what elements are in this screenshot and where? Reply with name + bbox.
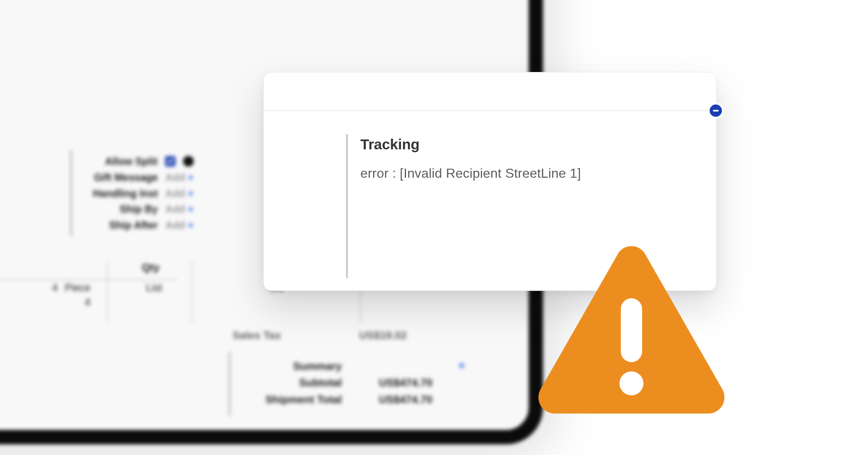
shipment-total-value: US$474.70 bbox=[379, 391, 461, 408]
modal-error-message: error : [Invalid Recipient StreetLine 1] bbox=[360, 166, 704, 181]
allow-split-label: Allow Split bbox=[83, 153, 158, 169]
line-items-header: Qty bbox=[0, 261, 177, 280]
gift-message-add-button[interactable]: Add+ bbox=[165, 169, 194, 186]
modal-divider bbox=[264, 110, 716, 111]
price-type-label: List bbox=[146, 282, 162, 294]
handling-inst-add-button[interactable]: Add+ bbox=[165, 186, 194, 202]
summary-expand-icon[interactable]: + bbox=[458, 356, 465, 375]
ship-after-add-button[interactable]: Add+ bbox=[165, 217, 194, 233]
summary-heading: Summary bbox=[241, 358, 379, 374]
qty-column-header: Qty bbox=[142, 261, 160, 274]
plus-icon: + bbox=[188, 201, 194, 217]
unit-label: Piece bbox=[65, 282, 91, 293]
ship-by-add-button[interactable]: Add+ bbox=[165, 201, 194, 217]
allow-split-help-icon[interactable] bbox=[183, 156, 194, 167]
modal-collapse-button[interactable] bbox=[710, 104, 722, 117]
modal-title: Tracking bbox=[360, 136, 704, 153]
shipment-total-label: Shipment Total bbox=[241, 391, 379, 408]
modal-body: Tracking error : [Invalid Recipient Stre… bbox=[346, 134, 704, 278]
sales-tax-row: Sales Tax US$19.02 bbox=[232, 329, 407, 342]
allow-split-checkbox[interactable] bbox=[165, 156, 176, 167]
qty-value: 4 bbox=[52, 282, 58, 293]
shipment-options-panel: Allow Split Gift Message Add+ Handling I… bbox=[70, 150, 194, 237]
sales-tax-value: US$19.02 bbox=[359, 329, 407, 342]
column-separator bbox=[191, 261, 193, 323]
plus-icon: + bbox=[188, 186, 194, 202]
plus-icon: + bbox=[188, 169, 194, 186]
column-separator bbox=[107, 261, 108, 323]
subtotal-value: US$474.70 bbox=[379, 374, 461, 391]
sales-tax-label: Sales Tax bbox=[232, 329, 281, 342]
handling-inst-label: Handling Inst bbox=[83, 186, 158, 202]
tracking-error-modal: Tracking error : [Invalid Recipient Stre… bbox=[263, 72, 717, 291]
plus-icon: + bbox=[188, 217, 194, 233]
subtotal-label: Subtotal bbox=[241, 374, 379, 391]
minus-icon bbox=[713, 110, 719, 111]
summary-panel: + Summary Subtotal US$474.70 Shipment To… bbox=[228, 352, 461, 416]
ship-by-label: Ship By bbox=[83, 201, 158, 217]
secondary-qty: 4 bbox=[49, 296, 91, 308]
ship-after-label: Ship After bbox=[83, 217, 158, 233]
gift-message-label: Gift Message bbox=[83, 169, 158, 186]
